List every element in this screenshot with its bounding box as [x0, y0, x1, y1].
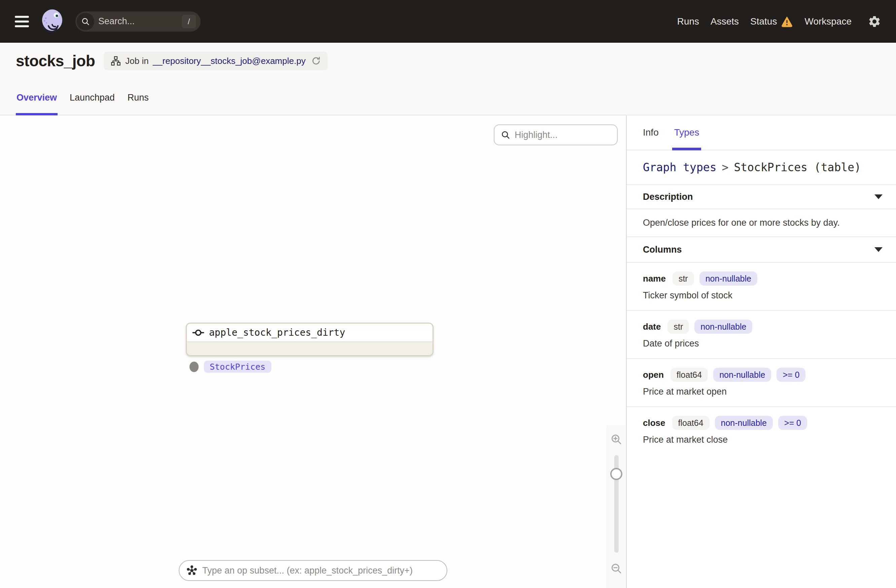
column-description: Date of prices	[643, 339, 896, 349]
column-description: Price at market open	[643, 386, 896, 397]
output-port	[189, 362, 198, 372]
column-name: date	[643, 322, 661, 332]
warning-icon	[781, 15, 793, 27]
column-row-close: close float64 non-nullable >= 0 Price at…	[627, 407, 896, 454]
tab-launchpad[interactable]: Launchpad	[69, 93, 116, 115]
columns-section-title: Columns	[643, 245, 682, 255]
reload-icon[interactable]	[311, 56, 321, 66]
type-description: Open/close prices for one or more stocks…	[627, 209, 896, 237]
column-row-date: date str non-nullable Date of prices	[627, 311, 896, 359]
column-type-badge: str	[667, 319, 689, 334]
zoom-controls	[606, 425, 626, 588]
column-constraint-badge: >= 0	[777, 368, 805, 382]
column-constraint-badge: non-nullable	[699, 272, 757, 286]
chevron-down-icon[interactable]	[875, 194, 882, 199]
job-location-link[interactable]: __repository__stocks_job@example.py	[153, 56, 306, 66]
column-name: close	[643, 418, 666, 428]
highlight-input[interactable]	[515, 130, 611, 140]
zoom-in-icon[interactable]	[610, 433, 623, 446]
op-node-name: apple_stock_prices_dirty	[209, 327, 345, 338]
op-node[interactable]: apple_stock_prices_dirty	[186, 323, 434, 356]
nav-item-runs[interactable]: Runs	[677, 16, 699, 27]
zoom-slider-thumb[interactable]	[610, 468, 622, 480]
op-selector-icon	[186, 565, 198, 576]
zoom-slider[interactable]	[614, 455, 619, 553]
panel-tabs: Info Types	[627, 115, 896, 150]
breadcrumb-separator: >	[722, 161, 729, 174]
column-constraint-badge: non-nullable	[715, 416, 773, 430]
tab-overview[interactable]: Overview	[16, 93, 58, 115]
global-search[interactable]: /	[75, 11, 201, 32]
breadcrumb: Graph types > StockPrices (table)	[627, 150, 896, 185]
description-section-header[interactable]: Description	[627, 185, 896, 209]
page-title: stocks_job	[16, 52, 95, 70]
dagster-logo-icon[interactable]	[38, 8, 65, 36]
op-icon	[192, 327, 204, 339]
op-subset-input[interactable]	[202, 565, 440, 576]
column-description: Ticker symbol of stock	[643, 290, 896, 301]
output-type-tag[interactable]: StockPrices	[204, 361, 271, 373]
column-type-badge: str	[672, 272, 694, 286]
op-graph-canvas[interactable]: apple_stock_prices_dirty StockPrices	[0, 115, 627, 588]
columns-section-header[interactable]: Columns	[627, 237, 896, 263]
global-search-input[interactable]	[98, 16, 182, 27]
search-icon	[77, 13, 94, 30]
job-tree-icon	[110, 56, 121, 66]
breadcrumb-graph-types-link[interactable]: Graph types	[643, 161, 716, 174]
column-description: Price at market close	[643, 435, 896, 445]
tab-runs[interactable]: Runs	[127, 93, 149, 115]
chevron-down-icon[interactable]	[875, 247, 882, 252]
settings-gear-icon[interactable]	[868, 15, 881, 28]
highlight-search[interactable]	[494, 125, 618, 145]
menu-icon[interactable]	[15, 16, 29, 27]
column-type-badge: float64	[672, 416, 710, 430]
search-shortcut-key: /	[182, 15, 196, 28]
column-constraint-badge: non-nullable	[694, 319, 752, 334]
column-row-name: name str non-nullable Ticker symbol of s…	[627, 263, 896, 311]
op-node-body	[187, 342, 433, 355]
nav-item-status[interactable]: Status	[750, 15, 793, 27]
job-location-badge: Job in __repository__stocks_job@example.…	[104, 52, 328, 70]
top-nav: / Runs Assets Status Workspace	[0, 0, 896, 43]
job-badge-prefix: Job in	[125, 56, 148, 66]
page-header: stocks_job Job in __repository__stocks_j…	[0, 43, 896, 115]
column-name: open	[643, 370, 664, 380]
column-name: name	[643, 273, 666, 284]
page-tabs: Overview Launchpad Runs	[16, 93, 149, 115]
panel-tab-types[interactable]: Types	[674, 115, 699, 150]
zoom-out-icon[interactable]	[610, 562, 623, 575]
search-icon	[500, 130, 510, 140]
column-row-open: open float64 non-nullable >= 0 Price at …	[627, 359, 896, 407]
panel-tab-info[interactable]: Info	[643, 115, 659, 150]
nav-item-workspace[interactable]: Workspace	[805, 16, 852, 27]
nav-item-assets[interactable]: Assets	[710, 16, 739, 27]
description-section-title: Description	[643, 192, 693, 202]
op-subset-filter[interactable]	[179, 560, 447, 581]
type-details-panel: Info Types Graph types > StockPrices (ta…	[627, 115, 896, 588]
column-type-badge: float64	[670, 368, 708, 382]
column-constraint-badge: >= 0	[778, 416, 807, 430]
column-constraint-badge: non-nullable	[713, 368, 771, 382]
breadcrumb-current: StockPrices (table)	[734, 161, 861, 174]
